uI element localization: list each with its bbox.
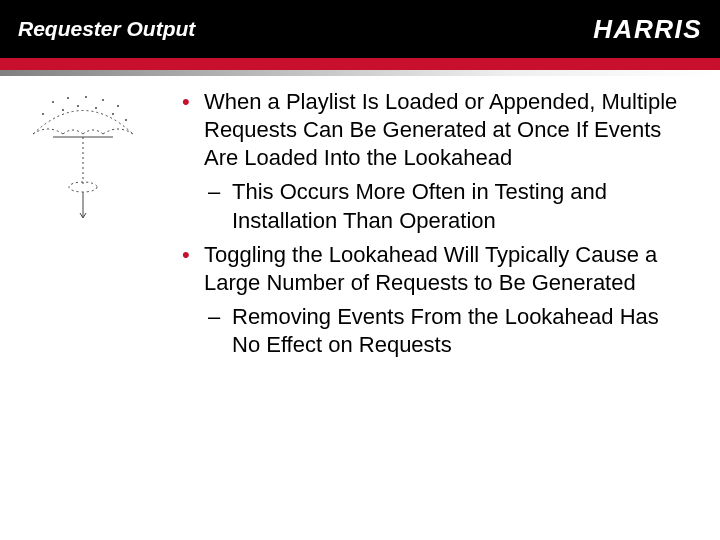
svg-point-5 <box>42 113 43 114</box>
svg-point-8 <box>95 107 96 108</box>
divider-red <box>0 58 720 70</box>
bullet-list: When a Playlist Is Loaded or Appended, M… <box>178 88 680 365</box>
bullet-level2: Removing Events From the Lookahead Has N… <box>178 303 680 359</box>
svg-point-6 <box>62 109 63 110</box>
svg-point-0 <box>52 101 53 102</box>
decorative-graphic <box>18 88 178 365</box>
slide-header: Requester Output HARRIS <box>0 0 720 58</box>
svg-point-1 <box>67 97 68 98</box>
svg-point-2 <box>85 96 86 97</box>
brand-logo: HARRIS <box>593 14 702 45</box>
bullet-level2: This Occurs More Often in Testing and In… <box>178 178 680 234</box>
svg-point-9 <box>112 113 113 114</box>
svg-point-4 <box>117 105 118 106</box>
svg-point-3 <box>102 99 103 100</box>
slide-title: Requester Output <box>18 17 195 41</box>
umbrella-drawing-icon <box>18 92 148 232</box>
slide-content: When a Playlist Is Loaded or Appended, M… <box>0 76 720 385</box>
svg-point-10 <box>125 119 126 120</box>
svg-point-7 <box>77 105 78 106</box>
bullet-level1: When a Playlist Is Loaded or Appended, M… <box>178 88 680 172</box>
bullet-level1: Toggling the Lookahead Will Typically Ca… <box>178 241 680 297</box>
